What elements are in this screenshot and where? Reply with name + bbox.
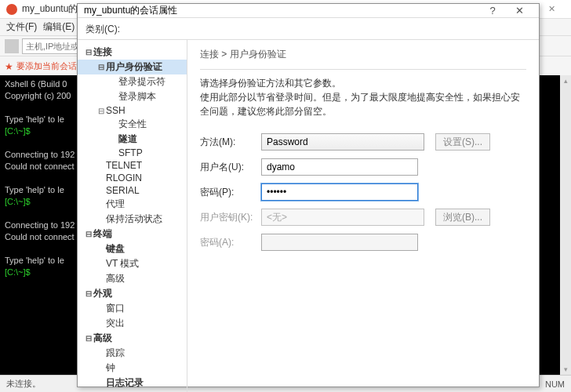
passphrase-label: 密码(A): — [200, 236, 261, 249]
tree-rlogin[interactable]: RLOGIN — [78, 172, 187, 184]
breadcrumb: 连接 > 用户身份验证 — [200, 48, 526, 61]
dialog-close-icon[interactable]: ✕ — [506, 5, 533, 16]
main-title: my_ubuntu的 — [22, 2, 78, 16]
tree-trace[interactable]: 跟踪 — [78, 346, 187, 361]
browse-button[interactable]: 浏览(B)... — [435, 209, 490, 226]
star-icon[interactable]: ★ — [5, 61, 13, 72]
settings-button[interactable]: 设置(S)... — [435, 133, 490, 151]
category-label: 类别(C): — [78, 18, 539, 39]
auth-panel: 连接 > 用户身份验证 请选择身份验证方法和其它参数。 使用此部分以节省登录时间… — [187, 40, 539, 392]
category-tree[interactable]: ⊟连接 ⊟用户身份验证 登录提示符 登录脚本 ⊟SSH 安全性 隧道 SFTP … — [78, 40, 187, 392]
tree-appearance[interactable]: ⊟外观 — [78, 286, 187, 301]
password-input[interactable] — [261, 183, 418, 201]
tree-proxy[interactable]: 代理 — [78, 197, 187, 212]
desc-text: 请选择身份验证方法和其它参数。 使用此部分以节省登录时间。但是，为了最大限度地提… — [200, 76, 526, 118]
password-label: 密码(P): — [200, 186, 261, 199]
help-icon[interactable]: ? — [479, 5, 506, 16]
tree-ssh[interactable]: ⊟SSH — [78, 104, 187, 117]
tree-security[interactable]: 安全性 — [78, 117, 187, 132]
tree-bell[interactable]: 钟 — [78, 361, 187, 376]
tree-keyboard[interactable]: 键盘 — [78, 241, 187, 256]
tree-serial[interactable]: SERIAL — [78, 184, 187, 197]
username-input[interactable] — [261, 158, 418, 176]
userkey-select: <无> — [261, 209, 424, 226]
menu-file[interactable]: 文件(F) — [6, 20, 37, 34]
dialog-title: my_ubuntu的会话属性 — [84, 4, 177, 17]
method-select[interactable]: Password — [261, 133, 424, 151]
userkey-label: 用户密钥(K): — [200, 211, 261, 224]
passphrase-input — [261, 234, 418, 251]
tree-advanced1[interactable]: 高级 — [78, 271, 187, 286]
tree-sftp[interactable]: SFTP — [78, 147, 187, 159]
session-properties-dialog: my_ubuntu的会话属性 ? ✕ 类别(C): ⊟连接 ⊟用户身份验证 登录… — [77, 3, 540, 387]
scroll-down-icon[interactable]: ▾ — [560, 364, 571, 375]
username-label: 用户名(U): — [200, 161, 261, 174]
toolbar-icon[interactable] — [5, 39, 19, 53]
tree-vtmode[interactable]: VT 模式 — [78, 256, 187, 271]
scroll-up-icon[interactable]: ▴ — [560, 75, 571, 86]
tree-terminal[interactable]: ⊟终端 — [78, 227, 187, 241]
tree-auth[interactable]: ⊟用户身份验证 — [78, 60, 187, 74]
tree-tunnel[interactable]: 隧道 — [78, 132, 187, 147]
add-session-link[interactable]: 要添加当前会话 — [16, 60, 77, 72]
tree-login-prompt[interactable]: 登录提示符 — [78, 74, 187, 89]
status-left: 未连接。 — [6, 378, 41, 390]
tree-window[interactable]: 窗口 — [78, 301, 187, 316]
tree-keepalive[interactable]: 保持活动状态 — [78, 212, 187, 227]
terminal-scrollbar[interactable]: ▴ ▾ — [560, 75, 571, 375]
app-icon — [6, 4, 17, 15]
menu-edit[interactable]: 编辑(E) — [43, 20, 75, 34]
method-label: 方法(M): — [200, 136, 261, 149]
tree-highlight[interactable]: 突出 — [78, 316, 187, 331]
tree-connection[interactable]: ⊟连接 — [78, 45, 187, 60]
tree-logging[interactable]: 日志记录 — [78, 376, 187, 390]
close-icon[interactable]: ✕ — [538, 0, 565, 19]
tree-login-script[interactable]: 登录脚本 — [78, 89, 187, 104]
status-num: NUM — [545, 379, 565, 389]
tree-telnet[interactable]: TELNET — [78, 159, 187, 172]
dialog-titlebar: my_ubuntu的会话属性 ? ✕ — [78, 4, 539, 18]
tree-advanced2[interactable]: ⊟高级 — [78, 331, 187, 346]
